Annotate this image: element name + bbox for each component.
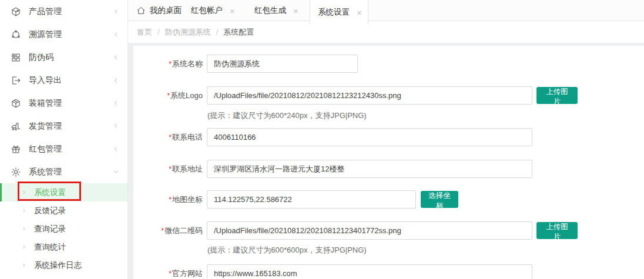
- arrow-right-icon: [21, 244, 26, 250]
- sidebar-item-product[interactable]: 产品管理: [0, 0, 128, 23]
- required-marker: *: [167, 92, 170, 100]
- arrow-right-icon: [21, 208, 26, 213]
- close-icon[interactable]: ×: [230, 6, 235, 15]
- sidebar-subitem-label: 反馈记录: [34, 206, 66, 216]
- chevron-left-icon: [113, 144, 119, 154]
- chevron-left-icon: [113, 122, 119, 131]
- required-marker: *: [161, 227, 164, 235]
- sidebar-item-label: 系统管理: [29, 167, 113, 177]
- package-icon: [11, 6, 21, 17]
- export-icon: [11, 75, 21, 86]
- sidebar-item-shipping[interactable]: 发货管理: [0, 115, 128, 137]
- sidebar-item-label: 产品管理: [29, 6, 113, 17]
- chevron-left-icon: [113, 53, 119, 62]
- tab-label: 系统设置: [318, 7, 350, 18]
- sidebar-subitem-operation-log[interactable]: 系统操作日志: [0, 256, 128, 274]
- sidebar-subitem-query-stats[interactable]: 查询统计: [0, 238, 128, 256]
- upload-logo-button[interactable]: 上传图片: [536, 87, 578, 104]
- field-label-contact-phone: *联系电话: [133, 133, 203, 142]
- sidebar-subitem-system-settings[interactable]: 系统设置: [0, 183, 128, 201]
- sidebar-subitem-label: 系统操作日志: [34, 260, 82, 271]
- sidebar-item-label: 发货管理: [29, 121, 113, 132]
- breadcrumb: 首页 / 防伪溯源系统 / 系统配置: [128, 21, 644, 43]
- required-marker: *: [169, 165, 172, 173]
- chevron-left-icon: [113, 76, 119, 85]
- tab-redpacket-account[interactable]: 红包帐户 ×: [191, 0, 235, 21]
- breadcrumb-separator: /: [216, 28, 219, 36]
- box-icon: [11, 98, 21, 109]
- breadcrumb-system[interactable]: 防伪溯源系统: [165, 27, 211, 38]
- tab-label: 红包帐户: [191, 5, 223, 16]
- close-icon[interactable]: ×: [293, 6, 298, 15]
- qrcode-icon: [11, 52, 21, 63]
- tab-system-settings[interactable]: 系统设置 ×: [310, 0, 368, 25]
- tab-label: 红包生成: [254, 5, 286, 16]
- breadcrumb-current: 系统配置: [223, 27, 254, 38]
- system-logo-input[interactable]: [207, 86, 532, 105]
- required-marker: *: [169, 133, 172, 142]
- content-background: *系统名称 *系统Logo 上传图片 (提示：建议尺寸为600*240px，支持…: [128, 43, 644, 279]
- gift-icon: [11, 144, 21, 154]
- breadcrumb-separator: /: [157, 28, 160, 36]
- sidebar-item-redpacket[interactable]: 红包管理: [0, 137, 128, 160]
- tab-redpacket-generate[interactable]: 红包生成 ×: [254, 0, 298, 21]
- qrcode-size-hint: (提示：建议尺寸为600*600px，支持JPG|PNG): [207, 245, 367, 256]
- sidebar-subitem-label: 查询记录: [34, 224, 66, 234]
- chevron-left-icon: [113, 99, 119, 108]
- contact-address-input[interactable]: [207, 160, 532, 178]
- forklift-icon: [11, 121, 21, 132]
- logo-size-hint: (提示：建议尺寸为600*240px，支持JPG|PNG): [207, 110, 367, 121]
- map-coords-input[interactable]: [207, 190, 416, 209]
- contact-phone-input[interactable]: [207, 128, 532, 146]
- sidebar-subitem-query-records[interactable]: 查询记录: [0, 220, 128, 238]
- chevron-down-icon: [113, 167, 119, 177]
- sidebar-item-label: 红包管理: [29, 144, 113, 154]
- close-icon[interactable]: ×: [357, 8, 362, 17]
- tab-label: 我的桌面: [150, 5, 182, 16]
- field-label-system-name: *系统名称: [133, 59, 203, 69]
- home-icon: [136, 6, 146, 15]
- field-label-system-logo: *系统Logo: [133, 91, 203, 100]
- main-area: 我的桌面 红包帐户 × 红包生成 × 系统设置 × 首页 / 防伪溯源系统 / …: [128, 0, 644, 279]
- upload-qrcode-button[interactable]: 上传图片: [536, 222, 578, 239]
- sidebar-subitem-label: 查询统计: [34, 242, 66, 253]
- system-name-input[interactable]: [207, 55, 358, 73]
- sidebar-item-system[interactable]: 系统管理: [0, 160, 128, 183]
- official-site-input[interactable]: [207, 264, 532, 279]
- sidebar-item-import-export[interactable]: 导入导出: [0, 69, 128, 92]
- required-marker: *: [169, 270, 172, 278]
- field-label-wechat-qrcode: *微信二维码: [133, 226, 203, 236]
- field-label-contact-address: *联系地址: [133, 164, 203, 174]
- sidebar-item-packing[interactable]: 装箱管理: [0, 92, 128, 115]
- settings-form-panel: *系统名称 *系统Logo 上传图片 (提示：建议尺寸为600*240px，支持…: [133, 46, 644, 279]
- sidebar-item-label: 溯源管理: [29, 29, 113, 40]
- sidebar-item-trace[interactable]: 溯源管理: [0, 23, 128, 46]
- sidebar-subitem-feedback[interactable]: 反馈记录: [0, 201, 128, 220]
- select-coords-button[interactable]: 选择坐标: [421, 191, 458, 208]
- sidebar-item-label: 装箱管理: [29, 98, 113, 109]
- sidebar-item-label: 防伪码: [29, 52, 113, 63]
- field-label-map-coords: *地图坐标: [133, 195, 203, 204]
- sidebar-item-anticode[interactable]: 防伪码: [0, 46, 128, 69]
- required-marker: *: [169, 196, 172, 204]
- trace-icon: [11, 29, 21, 40]
- chevron-left-icon: [113, 7, 119, 16]
- required-marker: *: [169, 60, 172, 68]
- arrow-right-icon: [21, 263, 26, 268]
- sidebar-subitem-label: 系统设置: [34, 187, 66, 198]
- arrow-right-icon: [21, 190, 26, 195]
- sidebar-item-label: 导入导出: [29, 75, 113, 86]
- breadcrumb-home[interactable]: 首页: [137, 27, 152, 38]
- field-label-official-site: *官方网站: [133, 269, 203, 278]
- chevron-left-icon: [113, 30, 119, 39]
- tab-bar: 我的桌面 红包帐户 × 红包生成 × 系统设置 ×: [128, 0, 644, 21]
- sidebar: 产品管理 溯源管理 防伪码 导入导出 装箱管理 发货管理: [0, 0, 128, 279]
- wechat-qrcode-input[interactable]: [207, 221, 532, 240]
- gear-icon: [11, 167, 21, 177]
- arrow-right-icon: [21, 226, 26, 231]
- tab-my-desktop[interactable]: 我的桌面: [136, 0, 182, 21]
